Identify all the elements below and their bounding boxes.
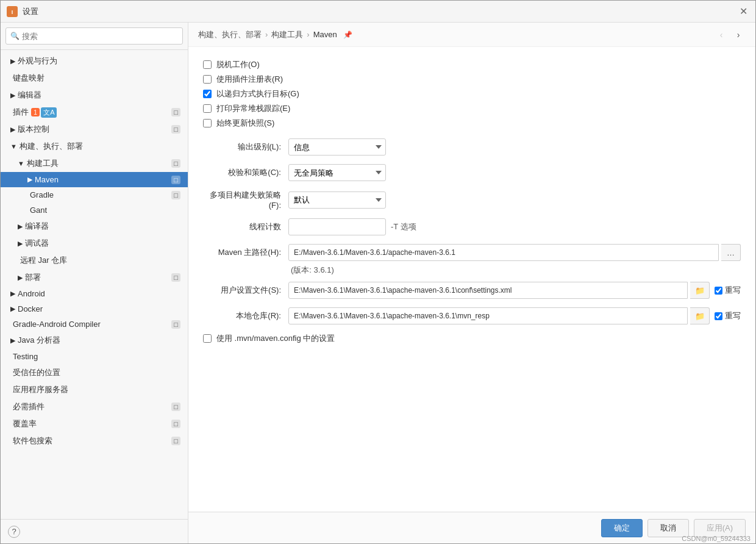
recursive-label[interactable]: 以递归方式执行目标(G) xyxy=(203,88,299,99)
arrow-icon: ▼ xyxy=(18,160,24,167)
always-update-checkbox[interactable] xyxy=(203,119,212,127)
threads-input[interactable] xyxy=(288,218,386,235)
maven-home-browse-button[interactable]: … xyxy=(721,244,741,261)
multiproject-label: 多项目构建失败策略(F): xyxy=(203,190,288,210)
offline-text: 脱机工作(O) xyxy=(216,59,260,70)
sidebar-item-build-exec-deploy[interactable]: ▼ 构建、执行、部署 xyxy=(1,138,188,155)
nav-back-button[interactable]: ‹ xyxy=(714,27,729,42)
local-repo-browse-button[interactable]: 📁 xyxy=(690,307,710,324)
cancel-button[interactable]: 取消 xyxy=(647,519,689,537)
arrow-icon: ▶ xyxy=(10,57,15,65)
search-bar: 🔍 xyxy=(1,23,188,50)
sidebar-item-label: 插件 xyxy=(13,107,29,118)
breadcrumb-pin-icon[interactable]: 📌 xyxy=(343,30,352,39)
use-mvn-config-label[interactable]: 使用 .mvn/maven.config 中的设置 xyxy=(203,333,335,344)
sidebar-item-label: 构建、执行、部署 xyxy=(20,141,83,152)
multiproject-row: 多项目构建失败策略(F): 默认失败快速失败时继续不失败 xyxy=(203,190,741,210)
stacktrace-checkbox[interactable] xyxy=(203,104,212,113)
close-button[interactable]: ✕ xyxy=(737,5,749,18)
plugin-icon-badge: □ xyxy=(171,108,180,116)
sidebar-item-android[interactable]: ▶ Android xyxy=(1,286,188,301)
local-repo-override-label[interactable]: 重写 xyxy=(715,310,741,321)
maven-home-path-wrapper: … xyxy=(288,244,741,261)
sidebar-item-app-server[interactable]: 应用程序服务器 xyxy=(1,381,188,398)
offline-checkbox[interactable] xyxy=(203,60,212,69)
always-update-label[interactable]: 始终更新快照(S) xyxy=(203,118,274,129)
checkbox-row-always-update: 始终更新快照(S) xyxy=(203,118,741,129)
output-level-select[interactable]: 信息调试警告错误 xyxy=(288,138,386,156)
checkbox-row-offline: 脱机工作(O) xyxy=(203,59,741,70)
sidebar-item-label: Testing xyxy=(13,352,38,361)
plugin-registry-checkbox[interactable] xyxy=(203,75,212,84)
user-settings-override-checkbox[interactable] xyxy=(715,287,722,295)
maven-icon-badge: □ xyxy=(171,176,180,184)
offline-label[interactable]: 脱机工作(O) xyxy=(203,59,260,70)
sidebar-item-label: Android xyxy=(18,289,45,298)
local-repo-row: 本地仓库(R): 📁 重写 xyxy=(203,307,741,324)
window-title: 设置 xyxy=(23,6,38,17)
settings-panel: 脱机工作(O) 使用插件注册表(R) 以递归方式执行目标(G) xyxy=(188,47,755,512)
stacktrace-label[interactable]: 打印异常堆栈跟踪(E) xyxy=(203,103,290,114)
apply-button[interactable]: 应用(A) xyxy=(694,519,746,537)
breadcrumb-sep2: › xyxy=(307,30,309,39)
local-repo-input[interactable] xyxy=(288,307,688,324)
sidebar-item-maven[interactable]: ▶ Maven □ xyxy=(1,172,188,187)
search-icon: 🔍 xyxy=(10,32,20,40)
arrow-icon: ▶ xyxy=(27,176,32,184)
multiproject-control: 默认失败快速失败时继续不失败 xyxy=(288,191,741,209)
output-level-row: 输出级别(L): 信息调试警告错误 xyxy=(203,138,741,156)
app-icon: I xyxy=(7,6,18,17)
maven-home-input[interactable] xyxy=(288,244,719,261)
checksum-select[interactable]: 无全局策略宽松严格 xyxy=(288,164,386,181)
sidebar-item-keymap[interactable]: 键盘映射 xyxy=(1,70,188,87)
nav-forward-button[interactable]: › xyxy=(731,27,746,42)
sidebar-item-required-plugins[interactable]: 必需插件 □ xyxy=(1,398,188,415)
breadcrumb-current: Maven xyxy=(313,30,337,39)
always-update-text: 始终更新快照(S) xyxy=(216,118,274,129)
multiproject-select[interactable]: 默认失败快速失败时继续不失败 xyxy=(288,191,386,209)
sidebar-item-vcs[interactable]: ▶ 版本控制 □ xyxy=(1,121,188,138)
recursive-checkbox[interactable] xyxy=(203,90,212,98)
sidebar-item-label: 调试器 xyxy=(25,238,49,249)
search-input[interactable] xyxy=(5,27,183,45)
checksum-label: 校验和策略(C): xyxy=(203,167,288,178)
sidebar-item-compiler[interactable]: ▶ 编译器 xyxy=(1,218,188,235)
sidebar-item-java-analyzer[interactable]: ▶ Java 分析器 xyxy=(1,332,188,349)
sidebar-item-trusted[interactable]: 受信任的位置 xyxy=(1,364,188,381)
sidebar-item-coverage[interactable]: 覆盖率 □ xyxy=(1,415,188,432)
arrow-icon: ▶ xyxy=(10,91,15,99)
sidebar-item-remote-jar[interactable]: 远程 Jar 仓库 xyxy=(1,252,188,269)
sidebar-item-package-search[interactable]: 软件包搜索 □ xyxy=(1,432,188,449)
use-mvn-config-checkbox[interactable] xyxy=(203,334,212,343)
sidebar-item-appearance[interactable]: ▶ 外观与行为 xyxy=(1,52,188,70)
sidebar-item-deploy[interactable]: ▶ 部署 □ xyxy=(1,269,188,286)
arrow-icon: ▶ xyxy=(10,126,15,134)
local-repo-override-checkbox[interactable] xyxy=(715,312,722,320)
sidebar-item-gradle[interactable]: Gradle □ xyxy=(1,187,188,202)
sidebar-item-debugger[interactable]: ▶ 调试器 xyxy=(1,235,188,252)
ok-button[interactable]: 确定 xyxy=(601,519,643,537)
sidebar-item-plugins[interactable]: 插件 1 文A □ xyxy=(1,104,188,121)
arrow-icon: ▶ xyxy=(10,290,15,298)
gradle-icon-badge: □ xyxy=(171,191,180,199)
vcs-icon-badge: □ xyxy=(171,125,180,134)
version-note: (版本: 3.6.1) xyxy=(203,265,741,276)
sidebar-item-build-tools[interactable]: ▼ 构建工具 □ xyxy=(1,155,188,172)
sidebar-item-docker[interactable]: ▶ Docker xyxy=(1,301,188,317)
sidebar-item-testing[interactable]: Testing xyxy=(1,349,188,364)
use-mvn-config-text: 使用 .mvn/maven.config 中的设置 xyxy=(216,333,335,344)
sidebar-item-editor[interactable]: ▶ 编辑器 xyxy=(1,87,188,104)
build-tools-icon-badge: □ xyxy=(171,159,180,168)
sidebar-item-gradle-android[interactable]: Gradle-Android Compiler □ xyxy=(1,317,188,332)
checkbox-row-stacktrace: 打印异常堆栈跟踪(E) xyxy=(203,103,741,114)
sidebar-item-gant[interactable]: Gant xyxy=(1,202,188,218)
help-button[interactable]: ? xyxy=(8,526,20,538)
user-settings-control: 📁 重写 xyxy=(288,282,741,299)
sidebar: 🔍 ▶ 外观与行为 键盘映射 ▶ 编辑器 xyxy=(1,23,188,543)
sidebar-item-label: Gradle-Android Compiler xyxy=(13,320,101,329)
user-settings-override-label[interactable]: 重写 xyxy=(715,285,741,296)
svg-text:I: I xyxy=(12,9,13,15)
user-settings-browse-button[interactable]: 📁 xyxy=(690,282,710,299)
user-settings-input[interactable] xyxy=(288,282,688,299)
plugin-registry-label[interactable]: 使用插件注册表(R) xyxy=(203,74,283,85)
